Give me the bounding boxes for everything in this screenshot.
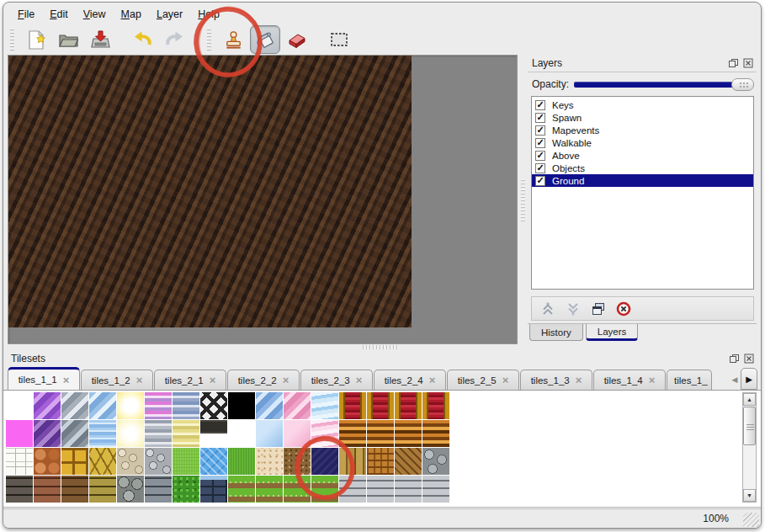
tile-brick-bluegray[interactable]: [145, 476, 172, 503]
stamp-tool-button[interactable]: [218, 25, 248, 54]
menu-help[interactable]: Help: [190, 7, 227, 22]
tile-tiles-gold[interactable]: [61, 448, 88, 475]
tile-sand-speckled[interactable]: [256, 448, 283, 475]
tile-brick-redbrown[interactable]: [34, 476, 61, 503]
tile-brick-olive[interactable]: [89, 476, 116, 503]
opacity-slider[interactable]: [574, 77, 754, 91]
tile-pebbles-gray[interactable]: [145, 448, 172, 475]
menu-map[interactable]: Map: [114, 7, 149, 22]
opacity-slider-handle[interactable]: [731, 78, 754, 91]
tile-glass-pink[interactable]: [284, 392, 311, 419]
tile-grass-dirt-rows[interactable]: [228, 476, 255, 503]
splitter-grip[interactable]: [363, 345, 398, 349]
menu-layer[interactable]: Layer: [149, 7, 190, 22]
close-tab-icon[interactable]: ×: [649, 375, 656, 386]
close-tab-icon[interactable]: ×: [136, 375, 143, 386]
layer-visibility-checkbox[interactable]: ✓: [535, 125, 545, 136]
layer-row-above[interactable]: ✓Above: [532, 149, 753, 162]
tile-water-streaks[interactable]: [89, 420, 116, 447]
scroll-up-button[interactable]: ▲: [743, 393, 756, 406]
close-tab-icon[interactable]: ×: [356, 375, 363, 386]
window-resize-grip[interactable]: [743, 513, 759, 527]
tile-glass-gray[interactable]: [61, 392, 88, 419]
layer-visibility-checkbox[interactable]: ✓: [535, 176, 545, 186]
close-tab-icon[interactable]: ×: [63, 375, 70, 386]
tile-grass-dirt-rows[interactable]: [256, 476, 283, 503]
close-dock-button[interactable]: [743, 354, 755, 364]
tile-stripes-orange[interactable]: [339, 420, 366, 447]
close-tab-icon[interactable]: ×: [429, 375, 436, 386]
layer-row-objects[interactable]: ✓Objects: [532, 162, 753, 174]
tileset-tab-tiles_2_5[interactable]: tiles_2_5×: [447, 370, 519, 390]
dock-tab-history[interactable]: History: [529, 324, 583, 341]
redo-button[interactable]: [159, 25, 189, 54]
layer-row-keys[interactable]: ✓Keys: [532, 98, 753, 111]
tile-brick-blue-dark[interactable]: [200, 476, 227, 503]
toolbar-drag-handle[interactable]: [10, 29, 14, 51]
tile-planks-vertical[interactable]: [339, 448, 366, 475]
tile-grass-bright[interactable]: [173, 448, 199, 475]
toolbar-drag-handle[interactable]: [207, 29, 211, 51]
tile-cobble-gray[interactable]: [117, 476, 144, 503]
tile-brick-gray-light[interactable]: [367, 476, 394, 503]
tile-brick-darkbrown[interactable]: [61, 476, 88, 503]
tile-flagstone-yellow[interactable]: [89, 448, 116, 475]
tile-glass-purple-dark[interactable]: [34, 420, 61, 447]
tile-black[interactable]: [228, 392, 255, 419]
delete-layer-button[interactable]: [615, 301, 632, 317]
undo-button[interactable]: [127, 25, 157, 54]
horizontal-splitter[interactable]: [3, 344, 761, 350]
tile-glass-blue[interactable]: [89, 392, 116, 419]
layer-visibility-checkbox[interactable]: ✓: [535, 138, 545, 148]
tile-curtain-red[interactable]: [367, 392, 394, 419]
tile-herringbone[interactable]: [395, 448, 422, 475]
close-dock-button[interactable]: [742, 58, 754, 69]
tile-brick-gray-light[interactable]: [422, 476, 449, 503]
tileset-tab-tiles_1_2[interactable]: tiles_1_2×: [81, 370, 153, 390]
tile-curtain-red[interactable]: [395, 392, 422, 419]
close-tab-icon[interactable]: ×: [283, 375, 290, 386]
tileset-tab-tiles_2_2[interactable]: tiles_2_2×: [227, 370, 300, 390]
layer-row-spawn[interactable]: ✓Spawn: [532, 111, 753, 124]
tile-stripes-bluegray[interactable]: [173, 392, 199, 419]
tile-hedge-green[interactable]: [173, 476, 199, 503]
layer-visibility-checkbox[interactable]: ✓: [535, 163, 545, 173]
close-tab-icon[interactable]: ×: [502, 375, 509, 386]
save-file-button[interactable]: [85, 25, 115, 54]
tile-water-blue[interactable]: [200, 448, 227, 475]
raise-layer-button[interactable]: [539, 301, 556, 317]
map-canvas[interactable]: [8, 56, 412, 327]
tile-glow-pale-yellow[interactable]: [117, 420, 144, 447]
new-file-button[interactable]: [21, 25, 51, 54]
tile-grass-dirt-rows[interactable]: [311, 476, 338, 503]
scroll-tabs-left-button[interactable]: ◀: [729, 370, 741, 390]
tile-glass-gray-dark[interactable]: [61, 420, 88, 447]
tile-dirt-brown[interactable]: [284, 448, 311, 475]
tile-stripes-gray[interactable]: [145, 420, 172, 447]
tile-stripes-orange[interactable]: [422, 420, 449, 447]
scrollbar-thumb[interactable]: [743, 407, 756, 445]
tileset-tab-tiles_2_3[interactable]: tiles_2_3×: [300, 370, 373, 390]
tile-glass-purple[interactable]: [34, 392, 61, 419]
layer-row-mapevents[interactable]: ✓Mapevents: [532, 124, 753, 136]
tileset-tab-tiles_1[interactable]: tiles_1_: [667, 370, 712, 390]
tile-wall-stone-dark[interactable]: [6, 476, 33, 503]
tile-panel-blue[interactable]: [256, 420, 283, 447]
tileset-tab-tiles_2_1[interactable]: tiles_2_1×: [154, 370, 226, 390]
eraser-tool-button[interactable]: [282, 25, 312, 54]
splitter-grip[interactable]: [521, 178, 525, 221]
rect-select-tool-button[interactable]: [324, 25, 354, 54]
tile-stone-pile[interactable]: [422, 448, 449, 475]
tile-lattice[interactable]: [200, 392, 227, 419]
scroll-tabs-right-button[interactable]: ▶: [741, 368, 757, 390]
tileset-tab-tiles_1_3[interactable]: tiles_1_3×: [520, 370, 592, 390]
scroll-down-button[interactable]: ▼: [743, 489, 756, 502]
layer-row-ground[interactable]: ✓Ground: [532, 174, 753, 187]
menu-edit[interactable]: Edit: [42, 7, 76, 22]
opacity-slider-track[interactable]: [574, 82, 752, 88]
tile-waves-pink[interactable]: [311, 420, 338, 447]
layer-visibility-checkbox[interactable]: ✓: [535, 113, 545, 123]
tile-panel-pink[interactable]: [284, 420, 311, 447]
tile-grass-green[interactable]: [228, 448, 255, 475]
fill-tool-button[interactable]: [250, 25, 280, 54]
